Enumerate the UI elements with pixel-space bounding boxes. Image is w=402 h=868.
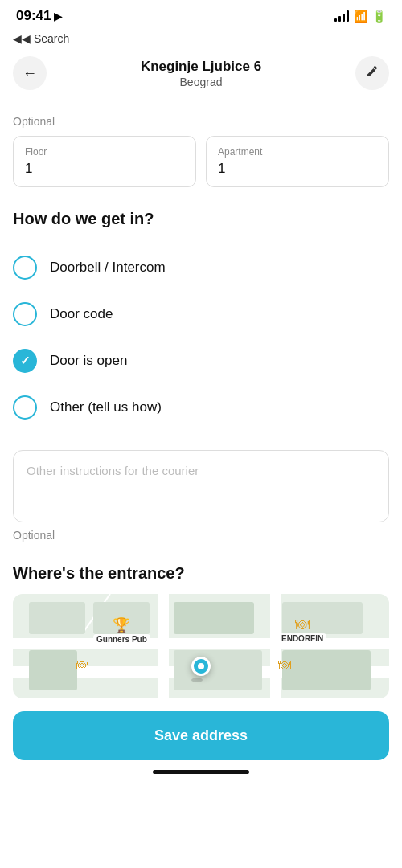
food-pin-2: 🍽	[278, 658, 291, 673]
status-bar: 09:41 ▶ 📶 🔋	[0, 0, 402, 29]
location-icon: ▶	[54, 10, 62, 23]
back-button[interactable]: ←	[13, 56, 47, 90]
battery-icon: 🔋	[372, 10, 386, 23]
entry-section-title: How do we get in?	[13, 210, 389, 228]
radio-label-other: Other (tell us how)	[50, 399, 162, 416]
radio-circle-doorcode	[13, 302, 37, 326]
back-arrow-icon: ←	[23, 65, 37, 82]
page-title: Kneginje Ljubice 6	[47, 59, 355, 75]
gunners-pub-label: Gunners Pub	[93, 634, 150, 645]
radio-doorbell[interactable]: Doorbell / Intercom	[13, 244, 389, 291]
nav-bar: ← Kneginje Ljubice 6 Beograd	[0, 51, 402, 100]
endorfin-label: ENDORFIN	[278, 633, 326, 644]
signal-icon	[334, 10, 349, 22]
optional-label-bottom: Optional	[13, 529, 389, 542]
status-icons: 📶 🔋	[334, 10, 386, 23]
floor-apt-row: Floor 1 Apartment 1	[13, 136, 389, 187]
wifi-icon: 📶	[354, 10, 367, 23]
entry-options: Doorbell / Intercom Door code Door is op…	[13, 244, 389, 431]
save-address-button[interactable]: Save address	[13, 711, 389, 760]
instructions-textarea[interactable]: Other instructions for the courier	[13, 450, 389, 522]
search-back-arrow: ◀	[13, 32, 22, 45]
floor-value: 1	[25, 161, 32, 176]
radio-circle-doorbell	[13, 256, 37, 280]
map-container[interactable]: 🏆 Gunners Pub 🍽 ENDORFIN 🍽 🍽	[13, 594, 389, 698]
radio-other[interactable]: Other (tell us how)	[13, 384, 389, 431]
entrance-section-title: Where's the entrance?	[13, 564, 389, 583]
radio-label-doorbell: Doorbell / Intercom	[50, 260, 166, 276]
map-background: 🏆 Gunners Pub 🍽 ENDORFIN 🍽 🍽	[13, 594, 389, 698]
bottom-bar	[0, 760, 402, 780]
edit-button[interactable]	[355, 56, 389, 90]
main-content: Optional Floor 1 Apartment 1 How do we g…	[0, 112, 402, 698]
divider	[13, 100, 389, 100]
food-pin-1: 🍽	[76, 658, 88, 673]
search-back[interactable]: ◀ ◀ Search	[0, 29, 402, 51]
center-map-pin[interactable]	[191, 657, 211, 682]
page-subtitle: Beograd	[47, 76, 355, 88]
optional-label-top: Optional	[13, 112, 389, 128]
search-back-label[interactable]: ◀ Search	[22, 32, 69, 45]
apartment-field[interactable]: Apartment 1	[206, 136, 389, 187]
apartment-value: 1	[218, 161, 225, 176]
map-pin-gunners-pub[interactable]: 🏆 Gunners Pub	[93, 616, 150, 645]
radio-circle-dooropen	[13, 349, 37, 373]
home-indicator	[153, 770, 249, 774]
map-pin-endorfin[interactable]: 🍽 ENDORFIN	[278, 616, 326, 644]
center-pin-shadow	[191, 678, 203, 682]
apartment-label: Apartment	[218, 146, 377, 158]
radio-dooropen[interactable]: Door is open	[13, 338, 389, 384]
endorfin-icon: 🍽	[295, 616, 310, 633]
nav-title: Kneginje Ljubice 6 Beograd	[47, 59, 355, 88]
save-button-wrapper: Save address	[0, 698, 402, 760]
instructions-placeholder: Other instructions for the courier	[27, 464, 199, 477]
center-pin-circle	[191, 657, 211, 676]
edit-icon	[365, 64, 379, 82]
radio-label-dooropen: Door is open	[50, 353, 127, 369]
status-time: 09:41 ▶	[16, 8, 62, 24]
gunners-pub-icon: 🏆	[113, 616, 130, 634]
radio-circle-other	[13, 395, 37, 420]
center-pin-inner	[198, 663, 204, 669]
radio-label-doorcode: Door code	[50, 306, 113, 322]
floor-field[interactable]: Floor 1	[13, 136, 196, 187]
radio-doorcode[interactable]: Door code	[13, 291, 389, 338]
floor-label: Floor	[25, 146, 184, 158]
